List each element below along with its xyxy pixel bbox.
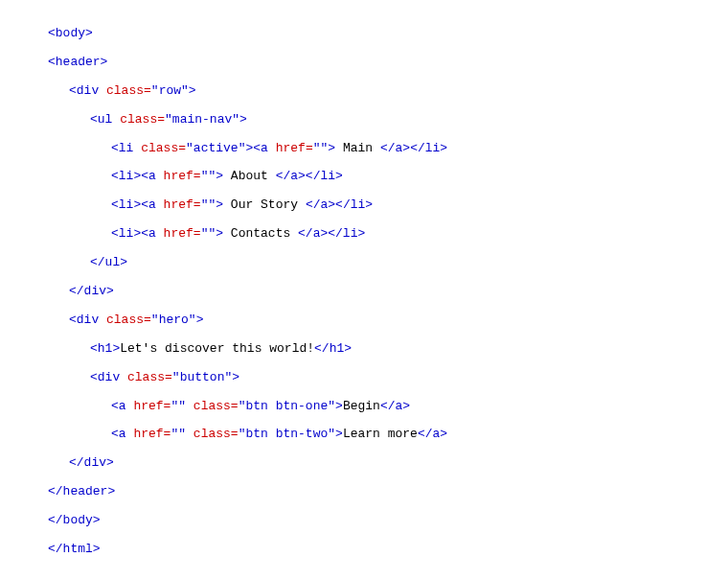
code-token-tag: > [232,370,239,384]
code-token-attr-value: "btn btn-one" [239,399,335,413]
code-token-tag: <li><a [111,169,164,183]
code-token-attr-name: class= [120,112,165,127]
code-token-attr-name: class= [193,427,239,441]
code-token-tag: </header> [48,484,115,499]
code-block: <body><header><div class="row"><ul class… [48,19,680,564]
code-token-tag: <ul [90,112,120,127]
code-token-text-content: About [223,169,276,183]
code-line: <li><a href=""> Contacts </a></li> [48,220,680,248]
code-token-attr-value: "" [201,169,216,183]
code-token-attr-value: "" [313,141,329,155]
code-token-text-content: Our Story [223,197,306,212]
code-line: <header> [48,48,680,77]
code-token-tag: </a></li> [298,226,365,241]
code-token-tag: </div> [69,284,114,298]
code-token-tag: <div [69,83,106,98]
code-line: </div> [48,449,680,477]
code-token-attr-name: class= [193,399,239,413]
code-token-tag: </body> [48,513,101,527]
code-token-tag: </ul> [90,255,127,269]
code-token-tag: </a> [380,399,410,413]
code-token-attr-value: "button" [172,370,232,384]
code-token-tag: </html> [48,542,101,556]
code-token-tag: <div [90,370,127,384]
code-line: </ul> [48,248,680,277]
code-token-attr-value: "" [171,399,186,413]
code-token-text-content: Let's discover this world! [120,341,314,356]
code-token-attr-name: href= [164,169,201,183]
code-line: <a href="" class="btn btn-one">Begin</a> [48,392,680,421]
code-token-tag: > [216,226,223,241]
code-token-attr-value: "main-nav" [165,112,239,127]
code-token-attr-name: href= [164,197,201,212]
code-token-text-content: Begin [343,399,380,413]
code-token-attr-name: class= [106,83,151,98]
code-line: <li><a href=""> Our Story </a></li> [48,191,680,220]
code-line: <li class="active"><a href=""> Main </a>… [48,134,680,163]
code-token-attr-value: "active" [186,141,245,155]
code-token-tag: > [335,399,343,413]
code-token-text-content: Contacts [223,226,298,241]
code-line: </div> [48,277,680,306]
code-token-tag: </a></li> [276,169,343,183]
code-token-tag: </h1> [314,341,352,356]
code-token-attr-value: "row" [151,83,189,98]
code-line: <h1>Let's discover this world!</h1> [48,335,680,363]
code-token-text-content: Main [335,141,380,155]
code-token-tag [186,399,193,413]
code-token-tag: > [216,169,223,183]
code-token-tag: <li><a [111,226,164,241]
code-token-attr-value: "btn btn-two" [239,427,335,441]
code-token-attr-value: "hero" [151,313,196,327]
code-token-tag: <h1> [90,341,120,356]
code-token-tag: <body> [48,26,93,40]
code-line: <div class="hero"> [48,306,680,335]
code-token-tag: > [196,313,204,327]
code-line: <ul class="main-nav"> [48,105,680,134]
code-token-tag: </div> [69,455,114,470]
code-line: </body> [48,506,680,535]
code-line: <a href="" class="btn btn-two">Learn mor… [48,420,680,449]
code-line: <body> [48,19,680,48]
code-token-attr-name: class= [141,141,186,155]
code-token-tag: </a></li> [306,197,373,212]
code-line: </header> [48,477,680,506]
code-token-text-content: Learn more [343,427,418,441]
code-token-tag: <div [69,313,106,327]
code-token-attr-value: "" [201,197,216,212]
code-token-tag: <a [111,399,133,413]
code-token-tag: <header> [48,55,107,69]
code-line: <div class="button"> [48,363,680,392]
code-token-attr-value: "" [201,226,216,241]
code-token-tag: </a></li> [380,141,447,155]
code-token-tag: > [189,83,196,98]
code-token-attr-name: class= [127,370,172,384]
code-token-tag: ><a [245,141,275,155]
code-token-tag: </a> [418,427,447,441]
code-line: <li><a href=""> About </a></li> [48,162,680,191]
code-token-attr-name: href= [133,427,171,441]
code-token-attr-name: class= [106,313,151,327]
code-token-tag: <a [111,427,133,441]
code-token-tag: <li><a [111,197,164,212]
code-token-attr-name: href= [133,399,171,413]
code-token-attr-name: href= [164,226,201,241]
code-token-tag [186,427,193,441]
code-line: <div class="row"> [48,77,680,105]
code-token-tag: > [239,112,247,127]
code-token-tag: > [328,141,335,155]
code-line: </html> [48,535,680,564]
code-token-tag: > [216,197,223,212]
code-token-tag: > [335,427,343,441]
code-token-tag: <li [111,141,141,155]
code-token-attr-name: href= [276,141,313,155]
code-token-attr-value: "" [171,427,186,441]
